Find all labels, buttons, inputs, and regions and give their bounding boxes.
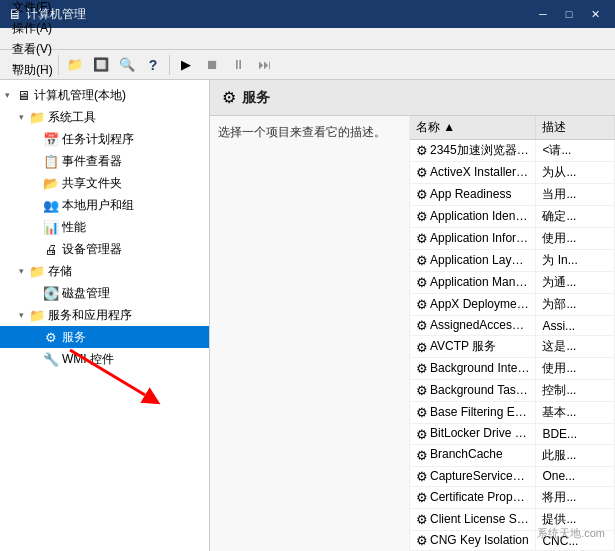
service-icon: ⚙ (416, 448, 428, 463)
table-row[interactable]: ⚙Certificate Propagation将用... (410, 486, 615, 508)
tree-item-shared-folders[interactable]: 📂共享文件夹 (0, 172, 209, 194)
services-icon: ⚙ (222, 88, 236, 107)
table-row[interactable]: ⚙BitLocker Drive Encryptio...BDE... (410, 424, 615, 444)
service-icon: ⚙ (416, 253, 428, 268)
close-button[interactable]: ✕ (583, 5, 607, 23)
service-desc-cell: 使用... (536, 358, 615, 380)
tree-expand-icon: ▾ (14, 266, 28, 276)
table-row[interactable]: ⚙App Readiness当用... (410, 184, 615, 206)
table-row[interactable]: ⚙AssignedAccessManager...Assi... (410, 316, 615, 336)
service-name-cell: ⚙BitLocker Drive Encryptio... (410, 424, 536, 444)
table-row[interactable]: ⚙AVCTP 服务这是... (410, 336, 615, 358)
service-name-cell: ⚙AssignedAccessManager... (410, 316, 536, 336)
table-row[interactable]: ⚙2345加速浏览器安全中心<请... (410, 140, 615, 162)
table-row[interactable]: ⚙Application Information使用... (410, 228, 615, 250)
service-icon: ⚙ (416, 297, 428, 312)
tree-item-device-manager[interactable]: 🖨设备管理器 (0, 238, 209, 260)
service-icon: ⚙ (416, 469, 428, 484)
table-row[interactable]: ⚙Background Intelligent T...使用... (410, 358, 615, 380)
tree-item-root[interactable]: ▾🖥计算机管理(本地) (0, 84, 209, 106)
main-layout: ▾🖥计算机管理(本地)▾📁系统工具📅任务计划程序📋事件查看器📂共享文件夹👥本地用… (0, 80, 615, 551)
service-icon: ⚙ (416, 427, 428, 442)
col-header-desc[interactable]: 描述 (536, 116, 615, 140)
forward-button[interactable]: → (30, 53, 54, 77)
tree-node-icon: 📅 (42, 132, 60, 147)
service-desc-cell: 控制... (536, 380, 615, 402)
table-row[interactable]: ⚙Application Management为通... (410, 272, 615, 294)
service-name-cell: ⚙Application Information (410, 228, 536, 250)
tree-node-label: 磁盘管理 (62, 285, 110, 302)
service-name-cell: ⚙Certificate Propagation (410, 486, 536, 508)
table-header: 名称 ▲ 描述 (410, 116, 615, 140)
toolbar-separator-2 (169, 55, 170, 75)
back-button[interactable]: ← (4, 53, 28, 77)
service-desc-cell: 此服... (536, 444, 615, 466)
watermark-text: 系统天地.com (537, 527, 605, 539)
watermark: 系统天地.com (537, 526, 605, 541)
table-row[interactable]: ⚙Application Identity确定... (410, 206, 615, 228)
toolbar-play-button[interactable]: ▶ (174, 53, 198, 77)
service-icon: ⚙ (416, 383, 428, 398)
table-row[interactable]: ⚙ActiveX Installer (AxInstSV)为从... (410, 162, 615, 184)
tree-item-disk-mgmt[interactable]: 💽磁盘管理 (0, 282, 209, 304)
service-desc-cell: Assi... (536, 316, 615, 336)
service-desc-cell: 为 In... (536, 250, 615, 272)
col-header-name[interactable]: 名称 ▲ (410, 116, 536, 140)
tree-node-label: WMI 控件 (62, 351, 114, 368)
table-row[interactable]: ⚙AppX Deployment Servic...为部... (410, 294, 615, 316)
service-icon: ⚙ (416, 231, 428, 246)
toolbar-search-button[interactable]: 🔍 (115, 53, 139, 77)
tree-root: ▾🖥计算机管理(本地)▾📁系统工具📅任务计划程序📋事件查看器📂共享文件夹👥本地用… (0, 80, 209, 374)
table-row[interactable]: ⚙Application Layer Gatewa...为 In... (410, 250, 615, 272)
tree-item-task-scheduler[interactable]: 📅任务计划程序 (0, 128, 209, 150)
tree-item-storage[interactable]: ▾📁存储 (0, 260, 209, 282)
toolbar-pause-button[interactable]: ⏸ (226, 53, 250, 77)
toolbar-help-button[interactable]: ? (141, 53, 165, 77)
description-text: 选择一个项目来查看它的描述。 (218, 125, 386, 139)
tree-item-local-users[interactable]: 👥本地用户和组 (0, 194, 209, 216)
service-icon: ⚙ (416, 165, 428, 180)
maximize-button[interactable]: □ (557, 5, 581, 23)
services-list[interactable]: 名称 ▲ 描述 ⚙2345加速浏览器安全中心<请...⚙ActiveX Inst… (410, 116, 615, 551)
tree-node-label: 设备管理器 (62, 241, 122, 258)
service-name-cell: ⚙Application Management (410, 272, 536, 294)
table-row[interactable]: ⚙CaptureService_6c828One... (410, 466, 615, 486)
tree-node-label: 性能 (62, 219, 86, 236)
description-panel: 选择一个项目来查看它的描述。 (210, 116, 410, 551)
toolbar-separator-1 (58, 55, 59, 75)
tree-item-system-tools[interactable]: ▾📁系统工具 (0, 106, 209, 128)
service-icon: ⚙ (416, 340, 428, 355)
tree-item-performance[interactable]: 📊性能 (0, 216, 209, 238)
toolbar-restart-button[interactable]: ⏭ (252, 53, 276, 77)
menu-item[interactable]: 操作(A) (4, 18, 61, 39)
toolbar-stop-button[interactable]: ⏹ (200, 53, 224, 77)
tree-expand-icon: ▾ (14, 112, 28, 122)
tree-node-label: 存储 (48, 263, 72, 280)
service-desc-cell: 使用... (536, 228, 615, 250)
tree-node-icon: 🔧 (42, 352, 60, 367)
tree-node-icon: 🖥 (14, 88, 32, 103)
service-name-cell: ⚙Background Intelligent T... (410, 358, 536, 380)
toolbar-view-button[interactable]: 🔲 (89, 53, 113, 77)
tree-item-services-apps[interactable]: ▾📁服务和应用程序 (0, 304, 209, 326)
table-row[interactable]: ⚙Base Filtering Engine基本... (410, 402, 615, 424)
service-name-cell: ⚙App Readiness (410, 184, 536, 206)
table-row[interactable]: ⚙BranchCache此服... (410, 444, 615, 466)
service-icon: ⚙ (416, 143, 428, 158)
toolbar: ← → 📁 🔲 🔍 ? ▶ ⏹ ⏸ ⏭ (0, 50, 615, 80)
service-desc-cell: 这是... (536, 336, 615, 358)
tree-node-icon: 📂 (42, 176, 60, 191)
minimize-button[interactable]: ─ (531, 5, 555, 23)
toolbar-folder-button[interactable]: 📁 (63, 53, 87, 77)
service-name-cell: ⚙ActiveX Installer (AxInstSV) (410, 162, 536, 184)
menu-bar: 文件(F)操作(A)查看(V)帮助(H) (0, 28, 615, 50)
menu-item[interactable]: 文件(F) (4, 0, 61, 18)
table-row[interactable]: ⚙Background Tasks Infra...控制... (410, 380, 615, 402)
tree-item-wmi[interactable]: 🔧WMI 控件 (0, 348, 209, 370)
service-icon: ⚙ (416, 361, 428, 376)
tree-node-label: 系统工具 (48, 109, 96, 126)
service-name-cell: ⚙Client License Service (Cli... (410, 508, 536, 530)
tree-item-event-viewer[interactable]: 📋事件查看器 (0, 150, 209, 172)
tree-node-label: 事件查看器 (62, 153, 122, 170)
tree-item-services[interactable]: ⚙服务 (0, 326, 209, 348)
